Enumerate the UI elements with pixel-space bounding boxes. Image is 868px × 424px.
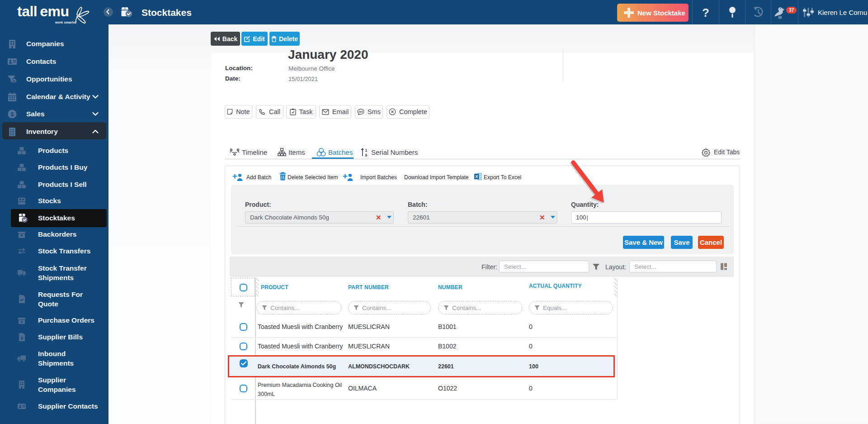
- svg-text:$: $: [10, 110, 14, 117]
- svg-text:X: X: [475, 174, 478, 179]
- svg-text:$: $: [13, 79, 15, 83]
- svg-text:SMS: SMS: [359, 110, 363, 113]
- svg-text:9: 9: [365, 153, 367, 157]
- svg-text:$: $: [21, 320, 23, 324]
- svg-text:$: $: [21, 336, 23, 340]
- svg-text:1: 1: [365, 148, 367, 152]
